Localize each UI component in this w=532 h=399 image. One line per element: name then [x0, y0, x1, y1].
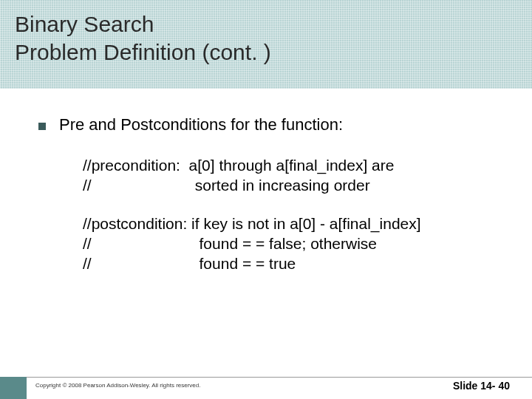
- slide-title: Binary Search Problem Definition (cont. …: [15, 10, 517, 66]
- pre-line-2: // sorted in increasing order: [83, 177, 370, 194]
- post-line-2: // found = = false; otherwise: [83, 235, 377, 252]
- slide-number: Slide 14- 40: [453, 380, 510, 392]
- bullet-marker: [38, 123, 46, 130]
- post-line-3: // found = = true: [83, 255, 296, 272]
- copyright-text: Copyright © 2008 Pearson Addison-Wesley.…: [35, 382, 201, 389]
- bullet-item: Pre and Postconditions for the function:: [38, 115, 510, 134]
- title-band: Binary Search Problem Definition (cont. …: [0, 0, 532, 89]
- post-line-1: //postcondition: if key is not in a[0] -…: [83, 215, 421, 232]
- pre-line-1: //precondition: a[0] through a[final_ind…: [83, 157, 394, 174]
- content-area: Pre and Postconditions for the function:…: [0, 89, 532, 273]
- footer: Copyright © 2008 Pearson Addison-Wesley.…: [0, 377, 532, 399]
- bullet-text: Pre and Postconditions for the function:: [59, 115, 343, 134]
- precondition-block: //precondition: a[0] through a[final_ind…: [83, 155, 510, 196]
- title-line-2: Problem Definition (cont. ): [15, 40, 271, 64]
- title-line-1: Binary Search: [15, 12, 154, 36]
- postcondition-block: //postcondition: if key is not in a[0] -…: [83, 214, 510, 274]
- footer-accent: [0, 377, 27, 399]
